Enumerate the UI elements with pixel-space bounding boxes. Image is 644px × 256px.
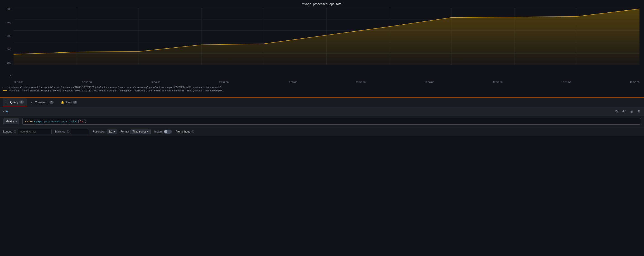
- duplicate-button[interactable]: ⧉: [614, 109, 619, 114]
- alert-tab-badge: 0: [73, 101, 77, 104]
- query-tab-icon: ☰: [6, 100, 9, 104]
- resolution-group: Resolution 1/1 ▾: [92, 129, 117, 134]
- resolution-label: Resolution: [92, 130, 105, 133]
- query-bracket-close: ]): [83, 120, 87, 123]
- query-fn: rate(: [25, 120, 34, 123]
- query-section-label: A: [6, 110, 8, 113]
- prometheus-info-icon[interactable]: ⓘ: [192, 130, 194, 134]
- query-tab-badge: 1: [20, 101, 24, 104]
- legend-label-1: {container="metric-example", endpoint="s…: [8, 86, 222, 89]
- query-duration: 5m: [80, 120, 83, 123]
- x-label-10: 12:57:30: [630, 81, 640, 84]
- x-label-6: 12:55:30: [356, 81, 366, 84]
- metrics-chevron-icon: ▾: [16, 120, 17, 123]
- metrics-selector[interactable]: Metrics ▾: [3, 119, 19, 125]
- instant-label: Instant: [154, 130, 162, 133]
- tab-transform[interactable]: ⇄ Transform 0: [28, 98, 57, 106]
- tab-query[interactable]: ☰ Query 1: [3, 98, 27, 106]
- legend-line-1: [3, 87, 7, 87]
- drag-handle[interactable]: ⠿: [637, 109, 641, 114]
- y-label-200: 200: [7, 48, 11, 51]
- resolution-select[interactable]: 1/1 ▾: [107, 129, 117, 134]
- options-row: Legend ⓘ Min step ⓘ Resolution 1/1 ▾ For…: [0, 127, 644, 136]
- alert-tab-label: Alert: [66, 101, 72, 104]
- delete-button[interactable]: 🗑: [629, 109, 634, 114]
- x-label-4: 12:54:30: [219, 81, 228, 84]
- x-axis: 12:53:00 12:53:30 12:54:00 12:54:30 12:5…: [14, 80, 640, 84]
- legend-info-icon[interactable]: ⓘ: [14, 130, 16, 134]
- instant-toggle[interactable]: [164, 129, 172, 134]
- tabs-bar: ☰ Query 1 ⇄ Transform 0 🔔 Alert 0: [0, 97, 644, 107]
- y-label-0: 0: [10, 75, 11, 78]
- y-label-500: 500: [7, 8, 11, 10]
- instant-group: Instant: [154, 129, 172, 134]
- y-label-300: 300: [7, 34, 11, 37]
- legend-label-2: {container="metric-example", endpoint="s…: [8, 89, 224, 92]
- chevron-down-icon[interactable]: ▾: [3, 110, 4, 113]
- minstep-group: Min step ⓘ: [55, 129, 89, 134]
- query-actions: ⧉ 👁 🗑 ⠿: [614, 109, 641, 114]
- y-label-400: 400: [7, 21, 11, 24]
- query-bracket-open: [: [78, 120, 80, 123]
- query-header: ▾ A ⧉ 👁 🗑 ⠿: [0, 107, 644, 116]
- chart-container: myapp_processed_ops_total: [0, 0, 644, 97]
- query-input[interactable]: rate(myapp_processed_ops_total[5m]): [22, 118, 641, 125]
- x-label-3: 12:54:00: [150, 81, 160, 84]
- format-chevron-icon: ▾: [147, 130, 148, 133]
- query-tab-label: Query: [10, 101, 18, 104]
- transform-tab-badge: 0: [50, 101, 54, 104]
- query-controls: Metrics ▾ rate(myapp_processed_ops_total…: [0, 116, 644, 127]
- x-label-8: 12:56:30: [493, 81, 503, 84]
- metrics-label: Metrics: [6, 120, 14, 123]
- toggle-visibility-button[interactable]: 👁: [622, 109, 626, 114]
- x-label-5: 12:55:00: [288, 81, 297, 84]
- x-label-7: 12:56:00: [424, 81, 434, 84]
- tab-alert[interactable]: 🔔 Alert 0: [58, 98, 80, 106]
- toggle-track: [164, 129, 172, 134]
- query-section: ▾ A ⧉ 👁 🗑 ⠿ Metrics ▾ rate(myapp_process…: [0, 107, 644, 136]
- minstep-info-icon[interactable]: ⓘ: [67, 130, 70, 134]
- query-metric: myapp_processed_ops_total: [34, 120, 78, 123]
- chart-svg: [14, 8, 640, 71]
- legend-item-2: {container="metric-example", endpoint="s…: [3, 89, 641, 92]
- transform-tab-icon: ⇄: [31, 101, 34, 104]
- toggle-thumb: [164, 130, 167, 133]
- resolution-chevron-icon: ▾: [114, 130, 115, 133]
- x-label-9: 12:57:00: [561, 81, 571, 84]
- chart-area: 500 400 300 200 100 0 12:53:00 12:53:30 …: [2, 8, 642, 84]
- x-label-2: 12:53:30: [82, 81, 92, 84]
- minstep-label: Min step: [55, 130, 65, 133]
- legend-line-2: [3, 90, 7, 91]
- y-axis: 500 400 300 200 100 0: [2, 8, 12, 78]
- prometheus-group: Prometheus ⓘ: [176, 130, 194, 134]
- legend-group: Legend ⓘ: [3, 129, 52, 134]
- transform-tab-label: Transform: [35, 101, 48, 104]
- legend-item-1: {container="metric-example", endpoint="s…: [3, 86, 641, 89]
- chart-legend: {container="metric-example", endpoint="s…: [0, 84, 644, 94]
- format-group: Format Time series ▾: [120, 129, 151, 134]
- legend-input[interactable]: [18, 129, 52, 134]
- chart-title: myapp_processed_ops_total: [0, 2, 644, 6]
- resolution-value: 1/1: [109, 130, 112, 133]
- format-select[interactable]: Time series ▾: [130, 129, 151, 134]
- minstep-input[interactable]: [71, 129, 89, 134]
- query-label-group: ▾ A: [3, 110, 8, 113]
- legend-option-label: Legend: [3, 130, 12, 133]
- y-label-100: 100: [7, 61, 11, 64]
- format-label: Format: [120, 130, 129, 133]
- x-label-1: 12:53:00: [14, 81, 23, 84]
- format-value: Time series: [132, 130, 146, 133]
- prometheus-label: Prometheus: [176, 130, 190, 133]
- alert-tab-icon: 🔔: [61, 101, 64, 104]
